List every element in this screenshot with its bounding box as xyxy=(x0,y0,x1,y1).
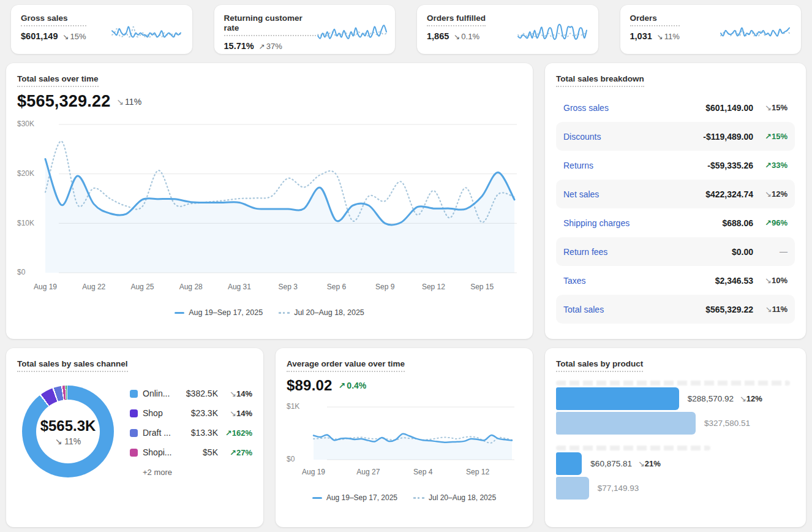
total-sales-over-time-title[interactable]: Total sales over time xyxy=(17,74,99,87)
row-label-link[interactable]: Returns xyxy=(563,161,707,170)
legend-swatch-solid-icon xyxy=(312,497,322,499)
kpi-sparkline xyxy=(110,20,182,44)
spacer xyxy=(556,435,795,446)
product-bar-previous xyxy=(556,477,589,500)
row-label-link[interactable]: Shipping charges xyxy=(563,218,722,228)
product-bars: $288,570.92↘12% $327,580.51 $60,875.81↘2… xyxy=(556,381,795,500)
kpi-delta-pct: 11% xyxy=(664,32,680,41)
legend-delta: ↘14% xyxy=(223,389,252,398)
legend-value: $382.5K xyxy=(186,389,218,398)
legend-swatch-dotted-icon xyxy=(279,312,290,314)
trend-down-icon: ↘ xyxy=(230,389,236,398)
aov-card: Average order value over time $89.02 ↗0.… xyxy=(276,348,533,527)
bar-value-label: $60,875.81↘21% xyxy=(590,459,661,468)
legend-label: Shopi... xyxy=(143,447,181,457)
table-row-gross-sales: Gross sales $601,149.00 ↘15% xyxy=(556,93,795,122)
channel-body: $565.3K ↘ 11% Onlin... $382.5K ↘14% Shop xyxy=(17,386,252,477)
legend-delta-pct: 27% xyxy=(236,448,252,457)
trend-up-icon: ↗ xyxy=(225,428,232,438)
row-delta: ↗96% xyxy=(753,218,788,227)
trend-down-icon: ↘ xyxy=(116,97,124,107)
row-label-link[interactable]: Discounts xyxy=(563,132,703,142)
row-delta-pct: 96% xyxy=(772,218,788,227)
aov-title[interactable]: Average order value over time xyxy=(287,359,405,372)
kpi-title-orders[interactable]: Orders xyxy=(630,13,680,26)
kpi-card-returning-customer-rate: Returning customer rate 15.71% ↗37% xyxy=(214,5,396,54)
legend-color-chip xyxy=(130,449,138,457)
kpi-left: Returning customer rate 15.71% ↗37% xyxy=(224,13,316,45)
legend-label: Aug 19–Sep 17, 2025 xyxy=(326,493,397,502)
row-label-link[interactable]: Net sales xyxy=(563,189,705,199)
delta-pct: 11% xyxy=(125,97,141,107)
sales-by-channel-title[interactable]: Total sales by sales channel xyxy=(17,359,128,372)
legend-value: $5K xyxy=(186,447,218,457)
legend-color-chip xyxy=(130,390,138,398)
legend-label: Shop xyxy=(143,408,181,418)
row-label-link[interactable]: Return fees xyxy=(563,247,732,257)
legend-row-online: Onlin... $382.5K ↘14% xyxy=(130,387,252,400)
row-value: -$119,489.00 xyxy=(703,132,753,142)
sales-by-channel-card: Total sales by sales channel $565.3K ↘ 1… xyxy=(6,348,263,527)
y-axis-label: $1K xyxy=(287,402,299,411)
legend-label: Jul 20–Aug 18, 2025 xyxy=(294,308,364,317)
legend-label: Aug 19–Sep 17, 2025 xyxy=(189,308,263,317)
trend-down-icon: ↘ xyxy=(638,459,645,468)
legend-value: $23.3K xyxy=(186,408,218,418)
more-link[interactable]: +2 more xyxy=(143,468,252,477)
kpi-delta: ↘0.1% xyxy=(454,32,479,41)
row-label-link[interactable]: Taxes xyxy=(563,276,715,286)
row-label-link[interactable]: Total sales xyxy=(563,305,705,314)
x-axis-label: Aug 19 xyxy=(34,283,57,291)
bar-value: $60,875.81 xyxy=(590,459,632,468)
breakdown-title[interactable]: Total sales breakdown xyxy=(556,74,644,87)
donut-center: $565.3K ↘ 11% xyxy=(22,386,114,477)
bar-value-label: $77,149.93 xyxy=(598,484,639,493)
row-delta: ↗33% xyxy=(753,161,788,170)
kpi-value: 15.71% xyxy=(224,41,254,51)
row-value: $565,329.22 xyxy=(705,305,753,314)
total-sales-over-time-card: Total sales over time $565,329.22 ↘11% $… xyxy=(6,63,533,339)
legend-delta: ↘14% xyxy=(223,409,252,418)
row-value: -$59,335.26 xyxy=(707,161,753,170)
total-sales-delta: ↘11% xyxy=(116,97,141,107)
product-bar-previous xyxy=(556,412,696,435)
table-row-net-sales: Net sales $422,324.74 ↘12% xyxy=(556,180,795,208)
kpi-sparkline xyxy=(316,20,388,44)
kpi-delta: ↘11% xyxy=(657,32,680,41)
product-bar-current xyxy=(556,387,679,410)
row-delta-pct: 12% xyxy=(772,189,788,199)
product-label-redacted xyxy=(556,381,790,386)
trend-down-icon: ↘ xyxy=(454,32,460,41)
kpi-title-returning-customer-rate[interactable]: Returning customer rate xyxy=(224,13,316,36)
kpi-delta: ↘15% xyxy=(62,32,86,41)
aov-value: $89.02 xyxy=(287,377,333,394)
kpi-title-orders-fulfilled[interactable]: Orders fulfilled xyxy=(427,13,486,26)
current-period-area xyxy=(45,159,514,273)
kpi-left: Orders fulfilled 1,865 ↘0.1% xyxy=(427,13,486,45)
table-row-shipping-charges: Shipping charges $688.06 ↗96% xyxy=(556,208,795,237)
row-delta: ↗15% xyxy=(753,132,788,141)
table-row-return-fees: Return fees $0.00 — xyxy=(556,237,795,266)
kpi-delta-pct: 37% xyxy=(266,42,282,51)
product-label-redacted xyxy=(556,446,710,450)
row-delta: ↘15% xyxy=(753,103,788,112)
kpi-title-gross-sales[interactable]: Gross sales xyxy=(21,13,86,26)
trend-up-icon: ↗ xyxy=(765,218,772,227)
row-delta-pct: 33% xyxy=(772,161,788,170)
row-delta: ↘10% xyxy=(753,276,788,285)
kpi-delta-pct: 15% xyxy=(70,32,86,41)
chart-legend: Aug 19–Sep 17, 2025 Jul 20–Aug 18, 2025 xyxy=(287,493,522,502)
kpi-sparkline-chart xyxy=(316,20,385,44)
x-axis-label: Aug 28 xyxy=(179,283,203,291)
sales-by-product-title[interactable]: Total sales by product xyxy=(556,359,643,372)
table-row-total-sales: Total sales $565,329.22 ↘11% xyxy=(556,295,795,324)
row-label-link[interactable]: Gross sales xyxy=(563,103,705,113)
trend-down-icon: ↘ xyxy=(55,436,62,446)
bar-value-label: $327,580.51 xyxy=(704,419,750,428)
total-sales-line-chart xyxy=(43,120,517,278)
total-sales-value: $565,329.22 xyxy=(17,92,110,111)
legend-item-previous: Jul 20–Aug 18, 2025 xyxy=(413,493,496,502)
kpi-card-gross-sales: Gross sales $601,149 ↘15% xyxy=(11,5,192,54)
legend-item-current: Aug 19–Sep 17, 2025 xyxy=(312,493,397,502)
chart-legend: Aug 19–Sep 17, 2025 Jul 20–Aug 18, 2025 xyxy=(17,308,522,317)
